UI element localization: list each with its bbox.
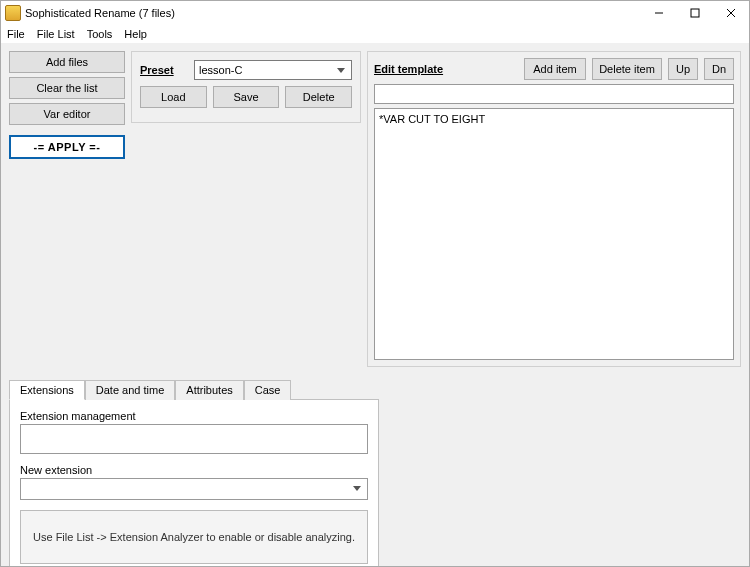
minimize-button[interactable] bbox=[641, 2, 677, 24]
close-button[interactable] bbox=[713, 2, 749, 24]
var-editor-button[interactable]: Var editor bbox=[9, 103, 125, 125]
titlebar: Sophisticated Rename (7 files) bbox=[1, 1, 749, 25]
window-buttons bbox=[641, 2, 749, 24]
menu-tools[interactable]: Tools bbox=[87, 28, 113, 40]
preset-save-button[interactable]: Save bbox=[213, 86, 280, 108]
tab-extensions[interactable]: Extensions bbox=[9, 380, 85, 400]
tab-attributes[interactable]: Attributes bbox=[175, 380, 243, 400]
preset-load-button[interactable]: Load bbox=[140, 86, 207, 108]
delete-item-button[interactable]: Delete item bbox=[592, 58, 662, 80]
add-files-button[interactable]: Add files bbox=[9, 51, 125, 73]
mid-row: Extensions Date and time Attributes Case… bbox=[9, 367, 741, 567]
edit-template-group: Edit template Add item Delete item Up Dn… bbox=[367, 51, 741, 367]
minimize-icon bbox=[654, 8, 664, 18]
edit-template-field[interactable] bbox=[374, 84, 734, 104]
extension-management-label: Extension management bbox=[20, 410, 368, 422]
content-area: Add files Clear the list Var editor -= A… bbox=[1, 43, 749, 566]
menubar: File File List Tools Help bbox=[1, 25, 749, 43]
close-icon bbox=[726, 8, 736, 18]
preset-select-value: lesson-C bbox=[199, 64, 242, 76]
maximize-icon bbox=[690, 8, 700, 18]
menu-help[interactable]: Help bbox=[124, 28, 147, 40]
maximize-button[interactable] bbox=[677, 2, 713, 24]
analyzer-hint: Use File List -> Extension Analyzer to e… bbox=[20, 510, 368, 564]
add-item-button[interactable]: Add item bbox=[524, 58, 586, 80]
menu-file[interactable]: File bbox=[7, 28, 25, 40]
clear-list-button[interactable]: Clear the list bbox=[9, 77, 125, 99]
window-title: Sophisticated Rename (7 files) bbox=[25, 7, 641, 19]
new-extension-select[interactable] bbox=[20, 478, 368, 500]
template-item-list[interactable]: *VAR CUT TO EIGHT bbox=[374, 108, 734, 360]
menu-filelist[interactable]: File List bbox=[37, 28, 75, 40]
preset-label: Preset bbox=[140, 64, 186, 76]
left-button-column: Add files Clear the list Var editor -= A… bbox=[9, 51, 125, 367]
template-item[interactable]: *VAR CUT TO EIGHT bbox=[379, 113, 729, 125]
new-extension-label: New extension bbox=[20, 464, 368, 476]
apply-button[interactable]: -= APPLY =- bbox=[9, 135, 125, 159]
app-icon bbox=[5, 5, 21, 21]
up-button[interactable]: Up bbox=[668, 58, 698, 80]
tab-case[interactable]: Case bbox=[244, 380, 292, 400]
tabs: Extensions Date and time Attributes Case… bbox=[9, 379, 379, 567]
tab-date-and-time[interactable]: Date and time bbox=[85, 380, 175, 400]
preset-delete-button[interactable]: Delete bbox=[285, 86, 352, 108]
edit-template-label: Edit template bbox=[374, 63, 443, 75]
svg-rect-1 bbox=[691, 9, 699, 17]
dn-button[interactable]: Dn bbox=[704, 58, 734, 80]
tab-body-extensions: Extension management New extension Use F… bbox=[9, 399, 379, 567]
top-row: Add files Clear the list Var editor -= A… bbox=[9, 51, 741, 367]
preset-group: Preset lesson-C Load Save Delete bbox=[131, 51, 361, 123]
preset-select[interactable]: lesson-C bbox=[194, 60, 352, 80]
extension-management-field[interactable] bbox=[20, 424, 368, 454]
chevron-down-icon bbox=[353, 486, 361, 491]
